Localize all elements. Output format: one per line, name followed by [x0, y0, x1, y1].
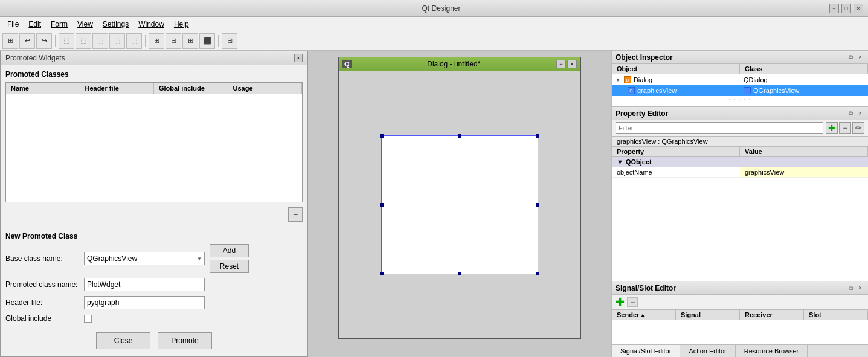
toolbar-btn-5[interactable]: ⬚ [76, 33, 91, 49]
prop-filter-edit-btn[interactable]: ✏ [852, 122, 864, 134]
property-editor-controls: ⧉ × [846, 109, 864, 118]
canvas-close-button[interactable]: × [567, 60, 577, 68]
prop-cell-objectname-value[interactable]: graphicsView [740, 167, 868, 177]
promoted-class-input[interactable] [84, 278, 205, 291]
menu-item-view[interactable]: View [72, 19, 98, 30]
signal-table-body [612, 320, 868, 344]
handle-tr [536, 134, 539, 138]
prop-editor-float-btn[interactable]: ⧉ [846, 109, 855, 118]
toolbar-sep-2 [145, 35, 146, 47]
obj-inspector-close-btn[interactable]: × [856, 53, 864, 62]
tab-signal-slot-editor[interactable]: Signal/Slot Editor [612, 345, 680, 357]
toolbar: ⊞ ↩ ↪ ⬚ ⬚ ⬚ ⬚ ⬚ ⊞ ⊟ ⊞ ⬛ ⊞ [0, 31, 868, 51]
property-editor-subtitle: graphicsView : QGraphicsView [612, 137, 868, 147]
dialog-close-button[interactable]: × [294, 54, 303, 62]
property-editor-title: Property Editor [616, 109, 668, 118]
canvas-q-indicator: Q [342, 60, 352, 68]
prop-row-object-name[interactable]: objectName graphicsView [612, 167, 868, 178]
obj-col-object: Object [612, 64, 740, 74]
signal-col-sender: Sender ▲ [612, 310, 676, 320]
object-inspector: Object Inspector ⧉ × Object Class ▼ D Di… [612, 51, 868, 106]
property-table: Property Value ▼ QObject objectName grap… [612, 147, 868, 281]
tab-action-editor[interactable]: Action Editor [680, 345, 735, 357]
global-include-row: Global include [5, 314, 303, 323]
toolbar-btn-4[interactable]: ⬚ [59, 33, 74, 49]
handle-br [536, 272, 539, 275]
signal-remove-button[interactable]: − [627, 297, 638, 307]
toolbar-btn-12[interactable]: ⬛ [199, 33, 215, 49]
prop-cell-objectname-key: objectName [612, 167, 740, 177]
toolbar-btn-1[interactable]: ⊞ [2, 33, 18, 49]
menu-item-window[interactable]: Window [133, 19, 169, 30]
expand-icon-dialog: ▼ [616, 77, 620, 83]
reset-button[interactable]: Reset [210, 260, 249, 273]
menu-item-edit[interactable]: Edit [24, 19, 46, 30]
promoted-classes-label: Promoted Classes [5, 70, 303, 79]
signal-table-header: Sender ▲ Signal Receiver Slot [612, 310, 868, 320]
new-promoted-class-section: New Promoted Class Base class name: QGra… [5, 227, 303, 327]
remove-button[interactable]: − [288, 207, 303, 222]
header-file-input[interactable] [84, 296, 205, 309]
tree-row-graphics-view[interactable]: G graphicsView QGraphicsView [612, 85, 868, 96]
minimize-button[interactable]: − [829, 4, 839, 13]
canvas-body[interactable] [339, 71, 580, 338]
menu-item-file[interactable]: File [2, 19, 24, 30]
toolbar-btn-2[interactable]: ↩ [19, 33, 35, 49]
tree-cell-dialog-class: QDialog [740, 76, 868, 84]
table-header: Name Header file Global include Usage [6, 83, 302, 94]
obj-tree-header: Object Class [612, 64, 868, 74]
handle-bl [380, 272, 384, 275]
property-editor-title-bar: Property Editor ⧉ × [612, 107, 868, 120]
prop-filter-add-btn[interactable]: ✚ [826, 122, 838, 134]
prop-section-collapse-icon: ▼ [617, 158, 623, 166]
property-filter-input[interactable] [616, 122, 823, 134]
promoted-class-label: Promoted class name: [5, 280, 84, 289]
add-button[interactable]: Add [210, 244, 249, 257]
toolbar-btn-10[interactable]: ⊟ [166, 33, 181, 49]
signal-slot-float-btn[interactable]: ⧉ [846, 284, 855, 292]
property-editor: Property Editor ⧉ × ✚ − ✏ graphicsView :… [612, 106, 868, 281]
tree-row-dialog[interactable]: ▼ D Dialog QDialog [612, 74, 868, 85]
col-global-include: Global include [154, 83, 228, 94]
global-include-label: Global include [5, 314, 84, 323]
prop-filter-minus-btn[interactable]: − [839, 122, 851, 134]
restore-button[interactable]: □ [841, 4, 851, 13]
canvas-minimize-button[interactable]: − [556, 60, 566, 68]
base-class-combobox[interactable]: QGraphicsView ▼ [84, 252, 205, 265]
toolbar-btn-3[interactable]: ↪ [36, 33, 52, 49]
signal-col-slot: Slot [804, 310, 868, 320]
col-usage: Usage [228, 83, 303, 94]
signal-add-button[interactable]: ✚ [616, 297, 625, 307]
signal-slot-title-bar: Signal/Slot Editor ⧉ × [612, 281, 868, 295]
canvas-widget[interactable] [381, 135, 538, 274]
signal-slot-close-btn[interactable]: × [856, 284, 864, 292]
tab-resource-browser[interactable]: Resource Browser [736, 345, 808, 357]
global-include-checkbox-container [84, 315, 92, 323]
menu-item-help[interactable]: Help [169, 19, 194, 30]
right-panel: Object Inspector ⧉ × Object Class ▼ D Di… [611, 51, 868, 357]
toolbar-btn-6[interactable]: ⬚ [92, 33, 108, 49]
promote-button[interactable]: Promote [158, 332, 212, 349]
toolbar-btn-7[interactable]: ⬚ [109, 33, 125, 49]
object-inspector-title-bar: Object Inspector ⧉ × [612, 51, 868, 64]
dialog-icon: D [624, 76, 631, 83]
close-dialog-button[interactable]: Close [96, 332, 150, 349]
menu-item-settings[interactable]: Settings [98, 19, 133, 30]
close-button[interactable]: × [854, 4, 863, 13]
menu-item-form[interactable]: Form [46, 19, 72, 30]
app-title-bar: Qt Designer − □ × [0, 0, 868, 17]
toolbar-btn-11[interactable]: ⊞ [182, 33, 198, 49]
obj-inspector-float-btn[interactable]: ⧉ [846, 53, 855, 62]
canvas-title-bar: Q Dialog - untitled* − × [339, 57, 580, 71]
sort-arrow-icon: ▲ [640, 312, 645, 318]
canvas-title-controls: − × [556, 60, 577, 68]
new-class-label: New Promoted Class [5, 232, 303, 240]
signal-slot-editor: Signal/Slot Editor ⧉ × ✚ − Sender ▲ Sign… [612, 281, 868, 344]
prop-editor-close-btn[interactable]: × [856, 109, 864, 118]
global-include-checkbox[interactable] [84, 315, 92, 323]
toolbar-btn-9[interactable]: ⊞ [149, 33, 164, 49]
toolbar-btn-layout[interactable]: ⊞ [222, 33, 237, 49]
col-header-file: Header file [80, 83, 155, 94]
toolbar-btn-8[interactable]: ⬚ [126, 33, 142, 49]
toolbar-sep-1 [55, 35, 56, 47]
